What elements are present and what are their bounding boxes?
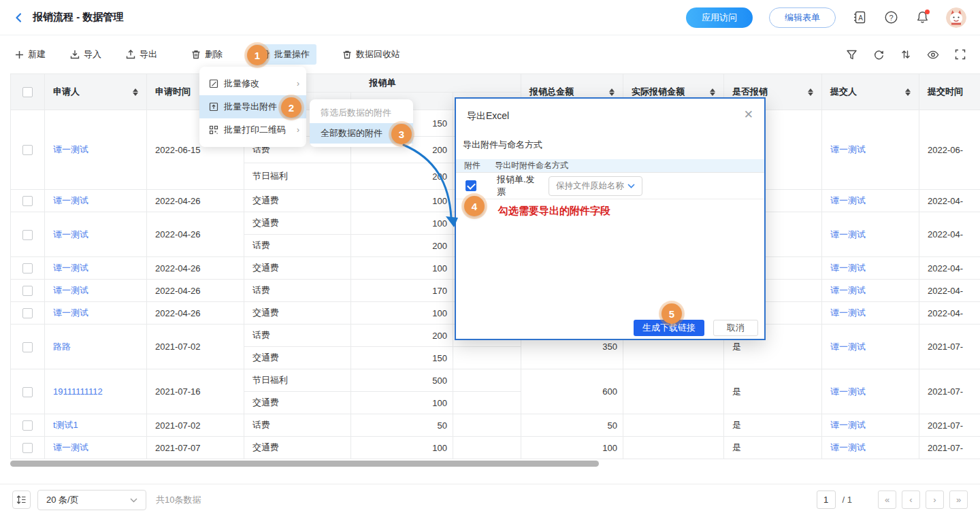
- app-access-button[interactable]: 应用访问: [686, 7, 753, 28]
- applicant-link[interactable]: 谭一测试: [53, 285, 88, 295]
- row-checkbox[interactable]: [22, 263, 33, 273]
- next-page-button[interactable]: ›: [926, 491, 944, 509]
- page-total-text: / 1: [843, 495, 852, 505]
- language-icon[interactable]: A: [852, 10, 867, 25]
- attachment-checkbox[interactable]: [466, 180, 476, 191]
- submitter-link[interactable]: 谭一测试: [830, 386, 866, 397]
- submitter-link[interactable]: 谭一测试: [830, 195, 866, 205]
- fullscreen-icon[interactable]: [954, 48, 966, 61]
- submit-time-cell: 2021-07-: [919, 437, 980, 459]
- sort-reimbursed[interactable]: [808, 88, 813, 96]
- first-page-button[interactable]: «: [878, 491, 896, 509]
- submit-time-cell: 2022-04-: [919, 190, 980, 212]
- row-checkbox[interactable]: [22, 145, 33, 155]
- back-button[interactable]: [14, 12, 24, 23]
- naming-mode-select[interactable]: 保持文件原始名称: [549, 176, 642, 196]
- row-checkbox[interactable]: [22, 230, 33, 240]
- submenu-item-filtered-attachments[interactable]: 筛选后数据的附件: [310, 103, 413, 123]
- row-checkbox[interactable]: [22, 443, 33, 453]
- menu-item-batch-edit[interactable]: 批量修改 ›: [199, 72, 306, 95]
- applicant-cell: 谭一测试: [45, 110, 147, 190]
- close-icon[interactable]: ✕: [744, 110, 753, 120]
- applicant-link[interactable]: 路路: [53, 342, 71, 352]
- submitter-link[interactable]: 谭一测试: [830, 263, 866, 273]
- submitter-link[interactable]: 谭一测试: [830, 229, 866, 239]
- page-size-select[interactable]: 20 条/页: [37, 490, 146, 510]
- new-button[interactable]: 新建: [12, 44, 48, 65]
- sort-submitter[interactable]: [905, 88, 911, 96]
- visibility-icon[interactable]: [927, 48, 939, 61]
- row-select-cell: [11, 414, 45, 437]
- submitter-link[interactable]: 谭一测试: [830, 442, 866, 452]
- step-2-badge: 2: [281, 97, 301, 118]
- reimbursed-cell: 是: [724, 414, 822, 437]
- last-page-button[interactable]: »: [949, 491, 968, 509]
- row-checkbox[interactable]: [22, 286, 33, 296]
- recycle-icon: [342, 50, 352, 59]
- expense-amount-cell: 170: [351, 280, 453, 302]
- sort-applicant[interactable]: [133, 88, 138, 96]
- notification-bell-icon[interactable]: [915, 10, 930, 25]
- menu-item-batch-print-qrcode[interactable]: 批量打印二维码 ›: [199, 118, 306, 142]
- recycle-bin-button[interactable]: 数据回收站: [340, 44, 403, 65]
- row-checkbox[interactable]: [22, 196, 33, 206]
- horizontal-scrollbar[interactable]: [10, 461, 599, 467]
- avatar[interactable]: [946, 7, 966, 28]
- applicant-link[interactable]: 谭一测试: [53, 263, 88, 273]
- plus-icon: [15, 50, 24, 59]
- row-checkbox[interactable]: [22, 308, 33, 318]
- row-checkbox[interactable]: [22, 387, 33, 397]
- expense-amount-cell: 150: [351, 347, 453, 369]
- submitter-link[interactable]: 谭一测试: [830, 285, 866, 295]
- cancel-button[interactable]: 取消: [713, 320, 758, 336]
- sort-total[interactable]: [609, 88, 615, 96]
- applicant-link[interactable]: 谭一测试: [53, 195, 88, 205]
- applicant-link[interactable]: 谭一测试: [53, 144, 88, 154]
- sort-actual[interactable]: [710, 88, 715, 96]
- applicant-link[interactable]: t测试1: [53, 420, 78, 430]
- row-height-button[interactable]: [12, 491, 31, 509]
- apply-time-cell: 2021-07-16: [147, 369, 244, 414]
- page-number-input[interactable]: 1: [817, 491, 836, 509]
- expense-amount-cell: 200: [351, 163, 453, 190]
- actual-amount-cell: [623, 369, 724, 414]
- applicant-cell: 谭一测试: [45, 212, 147, 257]
- submit-time-cell: 2022-04-: [919, 212, 980, 257]
- submitter-cell: 谭一测试: [822, 212, 919, 257]
- expense-amount-cell: 50: [351, 414, 453, 437]
- help-icon[interactable]: ?: [883, 10, 898, 25]
- prev-page-button[interactable]: ‹: [902, 491, 920, 509]
- chevron-right-icon: ›: [297, 125, 299, 135]
- row-checkbox[interactable]: [22, 342, 33, 352]
- row-select-cell: [11, 212, 45, 257]
- filter-icon[interactable]: [845, 48, 858, 61]
- applicant-link[interactable]: 谭一测试: [53, 229, 88, 239]
- notification-dot: [925, 10, 930, 14]
- submitter-link[interactable]: 谭一测试: [830, 144, 866, 154]
- row-checkbox[interactable]: [22, 420, 33, 431]
- row-select-cell: [11, 302, 45, 325]
- delete-button[interactable]: 删除: [189, 44, 225, 65]
- attachment-field-label: 报销单.发票: [497, 173, 543, 198]
- apply-time-cell: 2021-07-02: [147, 325, 244, 369]
- sort-icon[interactable]: [900, 48, 912, 61]
- expense-type-cell: 交通费: [244, 302, 351, 325]
- import-button[interactable]: 导入: [67, 44, 104, 65]
- applicant-link[interactable]: 19111111112: [53, 386, 103, 397]
- row-select-cell: [11, 190, 45, 212]
- expense-extra-cell: [453, 414, 521, 437]
- apply-time-cell: 2021-07-07: [147, 437, 244, 459]
- applicant-link[interactable]: 谭一测试: [53, 308, 88, 318]
- export-button[interactable]: 导出: [123, 44, 160, 65]
- row-select-cell: [11, 110, 45, 190]
- refresh-icon[interactable]: [872, 48, 885, 61]
- submitter-link[interactable]: 谭一测试: [830, 342, 866, 352]
- total-count-text: 共10条数据: [156, 494, 201, 506]
- submitter-cell: 谭一测试: [822, 257, 919, 280]
- submitter-link[interactable]: 谭一测试: [830, 420, 866, 430]
- expense-extra-cell: [453, 347, 521, 369]
- applicant-link[interactable]: 谭一测试: [53, 442, 88, 452]
- edit-form-button[interactable]: 编辑表单: [769, 7, 836, 28]
- submitter-link[interactable]: 谭一测试: [830, 308, 866, 318]
- select-all-checkbox[interactable]: [22, 87, 33, 97]
